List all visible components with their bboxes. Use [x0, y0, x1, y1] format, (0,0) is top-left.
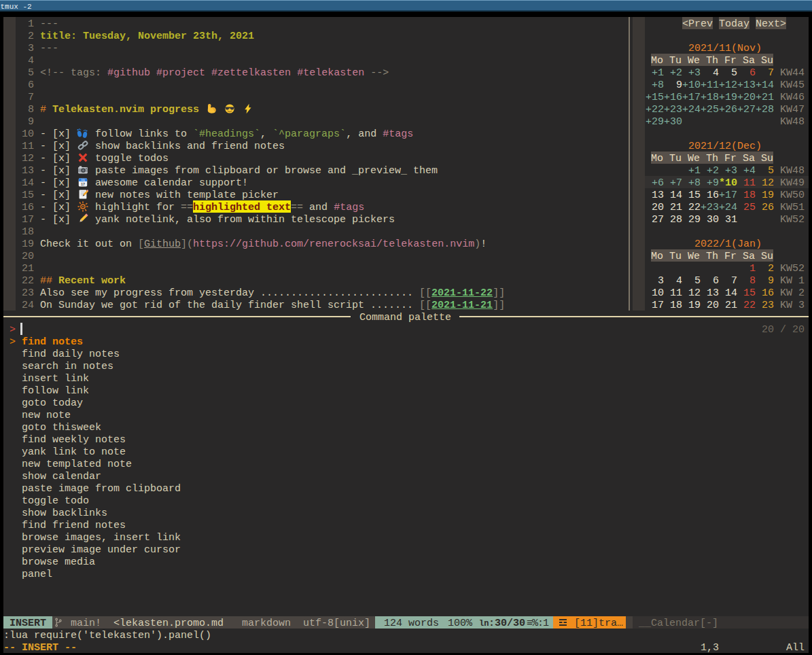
- svg-text:July: July: [80, 179, 85, 181]
- svg-text:17: 17: [81, 182, 85, 186]
